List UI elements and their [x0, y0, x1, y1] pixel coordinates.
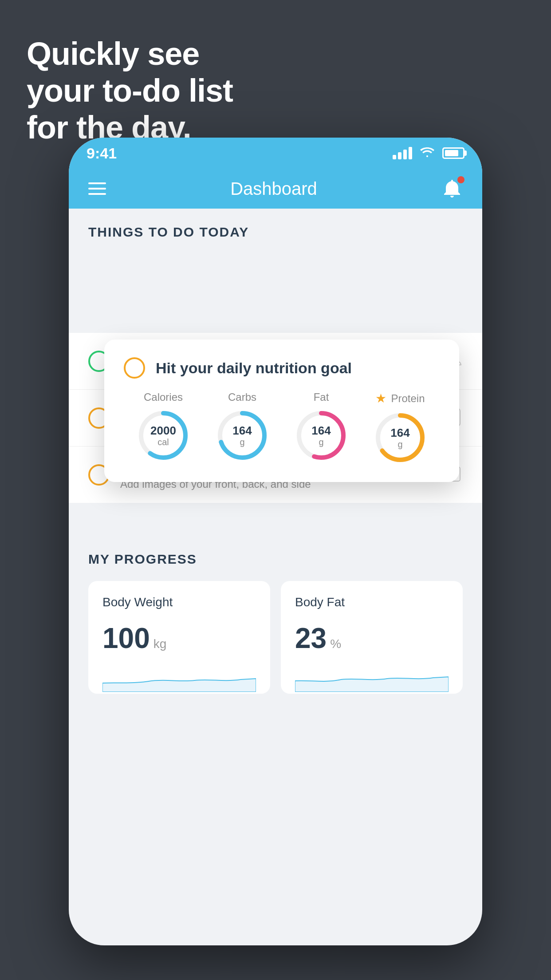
body-fat-card-title: Body Fat — [295, 595, 449, 609]
body-weight-card[interactable]: Body Weight 100 kg — [88, 581, 270, 694]
body-weight-chart — [102, 665, 256, 692]
body-fat-number: 23 — [295, 622, 327, 655]
notification-dot — [457, 176, 464, 183]
wifi-icon — [419, 146, 435, 161]
carbs-value: 164 — [232, 424, 252, 437]
protein-item: ★ Protein 164 g — [374, 391, 427, 464]
fat-ring: 164 g — [295, 409, 348, 462]
menu-button[interactable] — [88, 182, 106, 195]
notification-bell-icon[interactable] — [441, 178, 463, 199]
nav-title: Dashboard — [230, 179, 317, 199]
nutrition-check-circle[interactable] — [124, 357, 145, 379]
status-icons — [393, 146, 464, 161]
fat-item: Fat 164 g — [295, 391, 348, 462]
status-bar: 9:41 — [69, 138, 482, 169]
status-time: 9:41 — [87, 145, 117, 162]
carbs-label: Carbs — [228, 391, 256, 403]
nutrition-goal-label: Hit your daily nutrition goal — [156, 360, 352, 377]
nutrition-card: Hit your daily nutrition goal Calories 2… — [104, 340, 459, 482]
section-today-title: THINGS TO DO TODAY — [69, 209, 482, 249]
progress-title: MY PROGRESS — [88, 552, 463, 567]
body-weight-card-title: Body Weight — [102, 595, 256, 609]
calories-label: Calories — [144, 391, 183, 403]
body-weight-unit: kg — [153, 637, 167, 651]
body-fat-card[interactable]: Body Fat 23 % — [281, 581, 463, 694]
nav-bar: Dashboard — [69, 169, 482, 209]
body-weight-value-row: 100 kg — [102, 622, 256, 655]
calories-item: Calories 2000 cal — [137, 391, 190, 462]
protein-label: Protein — [391, 392, 425, 405]
protein-value: 164 — [390, 427, 409, 439]
progress-cards: Body Weight 100 kg Body Fat 23 — [88, 581, 463, 694]
carbs-ring: 164 g — [216, 409, 269, 462]
signal-bars-icon — [393, 147, 412, 159]
body-fat-value-row: 23 % — [295, 622, 449, 655]
protein-unit: g — [390, 439, 409, 449]
body-fat-chart — [295, 665, 449, 692]
body-fat-unit: % — [330, 637, 341, 651]
protein-ring: 164 g — [374, 411, 427, 464]
fat-label: Fat — [314, 391, 329, 403]
hero-text: Quickly see your to-do list for the day. — [27, 36, 233, 146]
body-weight-number: 100 — [102, 622, 150, 655]
phone-frame: 9:41 Dashboard — [69, 138, 482, 945]
carbs-unit: g — [232, 437, 252, 447]
progress-section: MY PROGRESS Body Weight 100 kg — [69, 530, 482, 711]
fat-value: 164 — [311, 424, 331, 437]
calories-value: 2000 — [150, 424, 176, 437]
battery-icon — [442, 147, 464, 159]
calories-unit: cal — [150, 437, 176, 447]
nutrition-row: Calories 2000 cal Carbs — [124, 391, 440, 464]
calories-ring: 2000 cal — [137, 409, 190, 462]
fat-unit: g — [311, 437, 331, 447]
star-icon: ★ — [375, 391, 386, 406]
carbs-item: Carbs 164 g — [216, 391, 269, 462]
